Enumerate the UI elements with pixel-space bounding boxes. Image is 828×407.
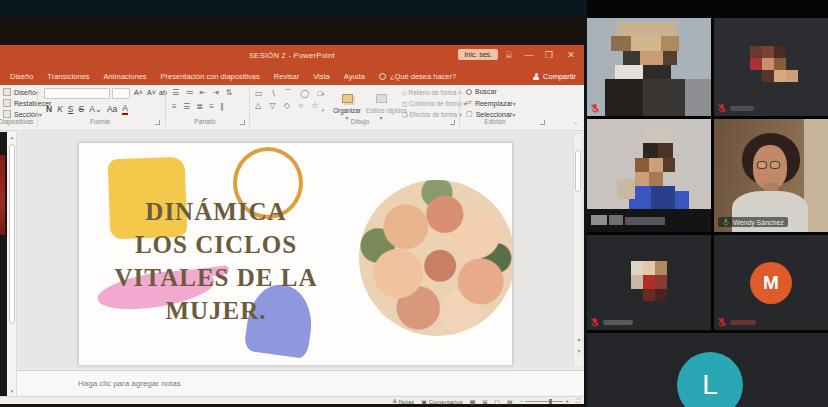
shapes-scroll-up-icon[interactable]: ▴ <box>318 90 328 96</box>
muted-mic-icon <box>590 103 600 113</box>
notes-pane[interactable]: Haga clic para agregar notas <box>17 370 584 395</box>
find-button[interactable]: Buscar <box>466 88 497 95</box>
muted-mic-icon <box>717 317 727 327</box>
tab-revisar[interactable]: Revisar <box>274 72 299 81</box>
participant-name-label: Wendy Sánchez <box>718 217 788 227</box>
strikethrough-button[interactable]: S <box>78 104 84 114</box>
shapes-scroll-down-icon[interactable]: ▾ <box>318 107 328 113</box>
close-button[interactable]: ✕ <box>564 48 578 62</box>
muted-mic-icon <box>717 103 727 113</box>
tab-presentacion[interactable]: Presentación con diapositivas <box>161 72 260 81</box>
participant-video-4[interactable] <box>587 235 711 330</box>
italic-button[interactable]: K <box>57 104 63 114</box>
person-icon <box>532 73 540 81</box>
participant-video-3[interactable] <box>587 119 711 232</box>
minimize-button[interactable]: — <box>522 48 536 62</box>
meeting-app-window: SESIÓN 2 - PowerPoint Inic. ses. ⌸ — ❐ ✕… <box>0 0 828 407</box>
notes-toggle[interactable]: ≜ Notas <box>392 398 414 405</box>
comments-toggle[interactable]: ▣ Comentarios <box>421 398 462 405</box>
ribbon: Diseño▾ Restablecer Sección▾ Diapositiva… <box>0 85 584 131</box>
collapse-ribbon-icon[interactable]: ⌃ <box>573 121 578 128</box>
grow-font-button[interactable]: A˄ <box>134 89 143 96</box>
participant-video-2[interactable] <box>714 18 828 116</box>
ribbon-tab-row: Diseño Transiciones Animaciones Presenta… <box>0 68 584 85</box>
slide-canvas[interactable]: DINÁMICA LOS CICLOS VITALES DE LA MUJER. <box>78 142 513 366</box>
slide-editor-area: DINÁMICA LOS CICLOS VITALES DE LA MUJER.… <box>17 132 584 369</box>
drawing-group-label: Dibujo <box>330 118 390 125</box>
previous-slide-icon[interactable]: ▲ <box>574 336 584 342</box>
participant-video-m[interactable]: M <box>714 235 828 330</box>
scroll-down-icon[interactable]: ▾ <box>7 388 17 394</box>
change-case-button[interactable]: Aa <box>107 104 117 114</box>
select-icon: ▢ <box>466 110 473 118</box>
fit-slide-icon[interactable]: ⛶ <box>576 398 580 405</box>
view-sorter-icon[interactable]: ⊞ <box>482 398 487 405</box>
scrollbar-thumb[interactable] <box>9 144 15 324</box>
slide-title-textbox[interactable]: DINÁMICA LOS CICLOS VITALES DE LA MUJER. <box>95 195 337 327</box>
tab-ayuda[interactable]: Ayuda <box>344 72 365 81</box>
participant-video-wendy[interactable]: Wendy Sánchez <box>714 119 828 232</box>
participant-name-blur <box>730 106 754 111</box>
editing-group-label: Edición <box>465 118 525 125</box>
shrink-font-button[interactable]: A˅ <box>147 89 156 96</box>
paragraph-icons-row2[interactable]: ≡ ☰ ≣ ≡ ∥ <box>172 102 226 111</box>
editor-vertical-scrollbar[interactable]: ▲ ▼ <box>573 134 582 366</box>
share-button[interactable]: Compartir <box>532 72 576 81</box>
shapes-gallery-row1[interactable]: ▭ ∖ ⌒ ◯ □ <box>255 88 325 99</box>
reset-icon <box>3 99 11 107</box>
sign-in-button[interactable]: Inic. ses. <box>458 49 498 60</box>
ppt-title-bar: SESIÓN 2 - PowerPoint Inic. ses. ⌸ — ❐ ✕ <box>0 45 584 68</box>
view-slideshow-icon[interactable]: ▤ <box>507 398 513 405</box>
font-format-row: N K S S A⌄ Aa A <box>46 103 133 115</box>
font-size-combobox[interactable] <box>112 88 130 99</box>
scroll-up-icon[interactable]: ▴ <box>7 134 17 140</box>
tell-me-icon <box>379 73 386 80</box>
font-color-button[interactable]: A <box>122 103 128 115</box>
left-edge-video-sliver <box>0 155 5 235</box>
ribbon-display-options-icon[interactable]: ⌸ <box>502 48 516 62</box>
arrange-button[interactable]: Organizar ▾ <box>332 89 362 121</box>
glasses-icon <box>770 161 780 169</box>
paragraph-dialog-launcher-icon[interactable] <box>240 120 245 125</box>
shape-fill-button[interactable]: ◇ Relleno de forma ▾ <box>402 89 461 96</box>
zoom-in-icon[interactable]: + <box>565 398 569 404</box>
participant-video-1[interactable] <box>587 18 711 116</box>
font-name-combobox[interactable] <box>44 88 110 99</box>
tab-diseno[interactable]: Diseño <box>10 72 33 81</box>
shape-outline-button[interactable]: ◻ Contorno de forma ▾ <box>402 100 466 107</box>
drawing-dialog-launcher-icon[interactable] <box>450 120 455 125</box>
muted-mic-icon <box>590 317 600 327</box>
editor-scrollbar-thumb[interactable] <box>575 150 581 192</box>
shape-effects-button[interactable]: ❏ Efectos de forma ▾ <box>402 111 462 118</box>
zoom-slider-thumb[interactable] <box>549 399 552 404</box>
tell-me-box[interactable]: ¿Qué desea hacer? <box>379 72 456 81</box>
roses-photo-circle[interactable] <box>359 180 513 336</box>
new-design-button[interactable]: Diseño▾ <box>3 88 39 96</box>
font-dialog-launcher-icon[interactable] <box>155 120 160 125</box>
paragraph-icons-row1[interactable]: ☰ ≔ ⇤ ⇥ ⇅ <box>172 88 234 97</box>
shapes-gallery-row2[interactable]: △ ▽ ◇ ○ ☆ <box>255 101 321 110</box>
replace-button[interactable]: ⇄Reemplazar ▾ <box>466 99 516 107</box>
next-slide-icon[interactable]: ▼ <box>574 348 584 354</box>
font-group-label: Fuente <box>70 118 130 125</box>
quick-styles-icon <box>376 94 387 103</box>
editing-dialog-launcher-icon[interactable] <box>540 120 545 125</box>
character-spacing-button[interactable]: A⌄ <box>89 104 102 114</box>
participant-video-l[interactable]: L <box>587 333 828 407</box>
quick-styles-button[interactable]: Estilos rápidos ▾ <box>366 89 396 121</box>
tab-animaciones[interactable]: Animaciones <box>104 72 147 81</box>
slide-thumbnail-pane-scrollbar[interactable]: ▴ ▾ <box>7 132 17 396</box>
pixelated-face <box>587 119 711 232</box>
tab-vista[interactable]: Vista <box>313 72 330 81</box>
tab-transiciones[interactable]: Transiciones <box>47 72 89 81</box>
zoom-slider[interactable] <box>525 401 563 402</box>
pixelated-face <box>714 18 828 116</box>
underline-button[interactable]: S <box>68 104 74 114</box>
bold-button[interactable]: N <box>46 104 52 114</box>
view-reading-icon[interactable]: ▢ <box>494 398 500 405</box>
view-normal-icon[interactable]: ▦ <box>470 398 476 405</box>
restore-button[interactable]: ❐ <box>542 48 556 62</box>
reset-slide-button[interactable]: Restablecer <box>3 99 51 107</box>
zoom-out-icon[interactable]: − <box>520 398 524 404</box>
select-button[interactable]: ▢Seleccionar ▾ <box>466 110 515 118</box>
